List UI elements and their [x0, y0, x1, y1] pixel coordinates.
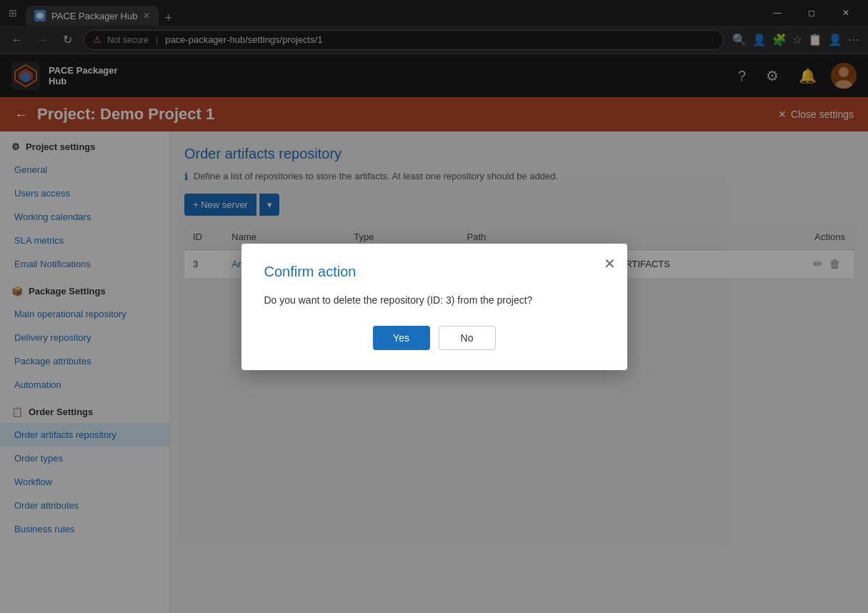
confirm-yes-btn[interactable]: Yes [373, 326, 430, 350]
modal-close-btn[interactable]: ✕ [604, 255, 616, 272]
modal-overlay: ✕ Confirm action Do you want to delete t… [0, 0, 868, 613]
modal-actions: Yes No [264, 326, 604, 350]
modal-title: Confirm action [264, 264, 604, 280]
modal-body: Do you want to delete the repository (ID… [264, 294, 604, 306]
confirm-no-btn[interactable]: No [439, 326, 496, 350]
confirm-dialog: ✕ Confirm action Do you want to delete t… [241, 244, 627, 370]
